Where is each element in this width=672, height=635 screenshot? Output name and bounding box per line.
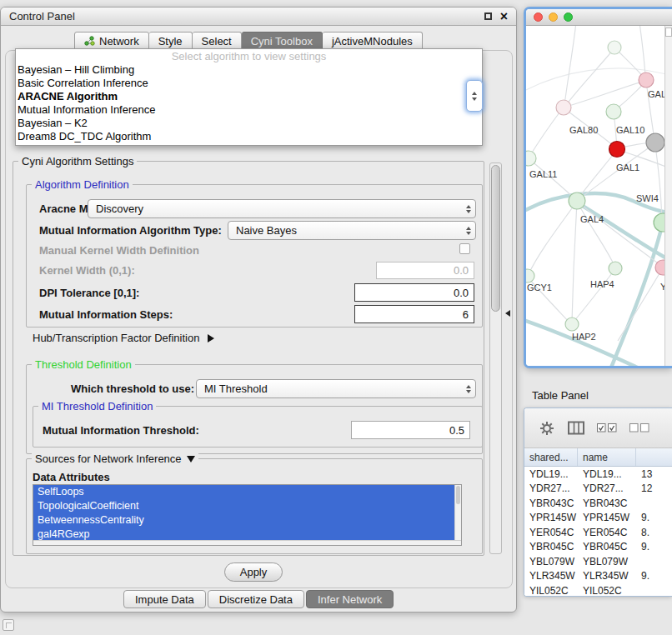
network-node[interactable] bbox=[526, 151, 536, 166]
network-vertical-scrollbar[interactable] bbox=[664, 26, 672, 366]
columns-icon[interactable] bbox=[568, 421, 584, 435]
algorithm-combo-end-fragment[interactable] bbox=[466, 80, 483, 112]
dpi-tolerance-field[interactable]: 0.0 bbox=[354, 283, 474, 302]
cell[interactable] bbox=[636, 583, 672, 597]
mi-threshold-field[interactable]: 0.5 bbox=[351, 421, 470, 439]
popup-option[interactable]: Mutual Information Inference bbox=[16, 103, 482, 117]
tab-infer-network[interactable]: Infer Network bbox=[306, 590, 394, 608]
network-node[interactable] bbox=[569, 192, 585, 209]
cell[interactable]: YBR043C bbox=[524, 496, 578, 511]
float-window-icon[interactable] bbox=[484, 12, 492, 20]
table-row[interactable]: YDL19... YDL19... 13 bbox=[524, 467, 672, 482]
settings-scrollbar[interactable] bbox=[489, 162, 502, 554]
cell[interactable]: YLR345W bbox=[578, 569, 636, 584]
tab-discretize-data[interactable]: Discretize Data bbox=[208, 590, 304, 608]
cell[interactable]: YPR145W bbox=[524, 511, 578, 526]
aracne-mode-combo[interactable]: Discovery bbox=[88, 199, 476, 218]
close-icon[interactable]: × bbox=[500, 12, 508, 22]
gear-icon[interactable] bbox=[539, 420, 555, 437]
tab-select[interactable]: Select bbox=[193, 32, 242, 50]
cell[interactable]: 9. bbox=[636, 511, 672, 526]
cell[interactable]: YER054C bbox=[578, 525, 636, 540]
table-row[interactable]: YBR043C YBR043C bbox=[524, 496, 672, 511]
cell[interactable]: 9. bbox=[636, 569, 672, 584]
list-vertical-scrollbar[interactable] bbox=[454, 485, 461, 540]
table-row[interactable]: YPR145W YPR145W 9. bbox=[524, 511, 672, 526]
network-window-titlebar[interactable] bbox=[526, 9, 672, 26]
manual-kernel-checkbox[interactable] bbox=[459, 243, 470, 254]
tab-impute-data[interactable]: Impute Data bbox=[123, 590, 206, 608]
cell[interactable]: YBL079W bbox=[524, 554, 578, 569]
table-row[interactable]: YDR27... YDR27... 12 bbox=[524, 482, 672, 497]
popup-option-selected[interactable]: ARACNE Algorithm bbox=[16, 90, 482, 103]
cell[interactable]: YDR27... bbox=[578, 482, 636, 497]
scrollbar-button[interactable] bbox=[665, 28, 672, 37]
control-panel-titlebar[interactable]: Control Panel × bbox=[1, 8, 516, 26]
tab-jactivemnodules[interactable]: jActiveMNodules bbox=[323, 32, 423, 50]
minimize-traffic-light[interactable] bbox=[549, 12, 558, 22]
column-header-truncated[interactable] bbox=[636, 448, 672, 466]
table-row[interactable]: YBL079W YBL079W bbox=[524, 554, 672, 569]
network-node[interactable] bbox=[526, 269, 534, 282]
scrollbar-thumb[interactable] bbox=[491, 165, 500, 312]
which-threshold-combo[interactable]: MI Threshold bbox=[196, 379, 476, 398]
minimized-panel-icon[interactable] bbox=[3, 619, 14, 631]
cell[interactable]: YLR345W bbox=[524, 569, 578, 584]
table-row[interactable]: YLR345W YLR345W 9. bbox=[524, 569, 672, 584]
cell[interactable]: 8. bbox=[636, 525, 672, 540]
mi-type-combo[interactable]: Naive Bayes bbox=[228, 221, 476, 240]
column-header-shared-name[interactable]: shared... bbox=[524, 448, 578, 466]
table-row[interactable]: YER054C YER054C 8. bbox=[524, 525, 672, 540]
cell[interactable]: YDL19... bbox=[524, 467, 578, 482]
cell[interactable]: 12 bbox=[636, 482, 672, 497]
hub-tf-definition-toggle[interactable]: Hub/Transcription Factor Definition bbox=[33, 332, 214, 344]
checked-pair-icon[interactable] bbox=[597, 423, 617, 432]
tab-network[interactable]: Network bbox=[74, 32, 149, 50]
column-header-name[interactable]: name bbox=[578, 448, 636, 466]
table-row[interactable]: YBR045C YBR045C 9. bbox=[524, 540, 672, 555]
network-node[interactable] bbox=[654, 213, 664, 232]
list-item[interactable]: TopologicalCoefficient bbox=[33, 499, 454, 513]
cell[interactable]: YDL19... bbox=[578, 467, 636, 482]
panel-collapse-handle[interactable] bbox=[505, 310, 510, 317]
cell[interactable]: YBR043C bbox=[578, 496, 636, 511]
network-node-selected[interactable] bbox=[609, 142, 625, 158]
list-item[interactable]: BetweennessCentrality bbox=[33, 513, 454, 528]
popup-option[interactable]: Bayesian – Hill Climbing bbox=[16, 63, 482, 77]
popup-option[interactable]: Bayesian – K2 bbox=[16, 117, 482, 130]
cell[interactable]: YER054C bbox=[524, 525, 578, 540]
sources-legend-toggle[interactable]: Sources for Network Inference bbox=[32, 452, 198, 465]
network-node[interactable] bbox=[609, 262, 622, 275]
cell[interactable]: YBR045C bbox=[524, 540, 578, 555]
cell[interactable]: YBR045C bbox=[578, 540, 636, 555]
close-traffic-light[interactable] bbox=[534, 12, 543, 22]
popup-option[interactable]: Basic Correlation Inference bbox=[16, 77, 482, 90]
tab-cyni-toolbox[interactable]: Cyni Toolbox bbox=[242, 32, 323, 50]
apply-button[interactable]: Apply bbox=[224, 562, 283, 582]
popup-option[interactable]: Dream8 DC_TDC Algorithm bbox=[16, 130, 482, 143]
cell[interactable]: YBL079W bbox=[578, 554, 636, 569]
cell[interactable] bbox=[636, 554, 672, 569]
cell[interactable]: YDR27... bbox=[524, 482, 578, 497]
cell[interactable] bbox=[636, 496, 672, 511]
cell[interactable]: 9. bbox=[636, 540, 672, 555]
network-node[interactable] bbox=[606, 104, 621, 119]
list-horizontal-scrollbar[interactable] bbox=[33, 540, 461, 545]
zoom-traffic-light[interactable] bbox=[564, 12, 573, 22]
unchecked-pair-icon[interactable] bbox=[629, 423, 649, 432]
network-node[interactable] bbox=[646, 133, 664, 152]
cell[interactable]: YIL052C bbox=[524, 583, 578, 597]
cell[interactable]: YPR145W bbox=[578, 511, 636, 526]
tab-style[interactable]: Style bbox=[149, 32, 193, 50]
mi-steps-field[interactable]: 6 bbox=[354, 305, 474, 323]
list-item[interactable]: SelfLoops bbox=[33, 485, 454, 499]
cell[interactable]: YIL052C bbox=[578, 583, 636, 597]
network-canvas[interactable]: GAL8 GAL80 GAL10 GAL11 GAL1 SWI4 GAL4 GC… bbox=[526, 26, 672, 366]
scrollbar-thumb[interactable] bbox=[456, 486, 460, 504]
network-node[interactable] bbox=[556, 100, 571, 115]
table-row[interactable]: YIL052C YIL052C bbox=[524, 583, 672, 597]
network-node[interactable] bbox=[608, 41, 621, 54]
network-node[interactable] bbox=[639, 72, 654, 88]
cell[interactable]: 13 bbox=[636, 467, 672, 482]
kernel-width-field[interactable]: 0.0 bbox=[376, 262, 474, 279]
